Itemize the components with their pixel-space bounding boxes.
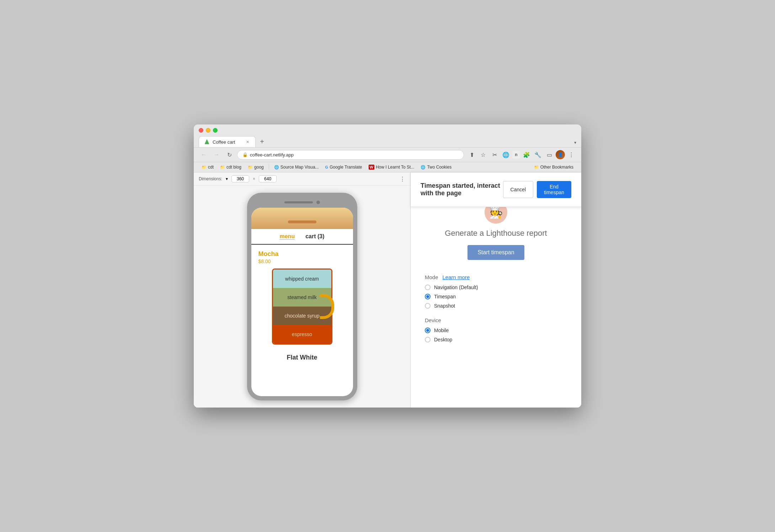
phone-frame: menu cart (3) Mocha $8.00 — [247, 193, 357, 400]
bookmarks-bar: 📁 cdt 📁 cdt blog 📁 goog 🌐 Source Map Vis… — [194, 162, 581, 172]
mode-label-row: Mode Learn more — [425, 274, 567, 280]
cart-nav-link[interactable]: cart (3) — [305, 233, 324, 240]
end-timespan-button[interactable]: End timespan — [537, 181, 571, 198]
tab-close-button[interactable]: ✕ — [245, 139, 250, 145]
lock-icon: 🔒 — [242, 152, 248, 157]
device-mobile-label: Mobile — [434, 328, 449, 333]
other-bookmarks-label: Other Bookmarks — [540, 165, 573, 170]
devtools-more-icon[interactable]: ⋮ — [400, 176, 405, 182]
coffee-name: Mocha — [258, 250, 346, 258]
translate-icon[interactable]: 🌐 — [501, 150, 511, 160]
globe-icon: 🌐 — [274, 165, 279, 170]
app-nav: menu cart (3) — [251, 229, 353, 245]
bookmark-how-learnt[interactable]: W How I Learnt To St... — [366, 164, 417, 171]
coffee-cup: whipped cream steamed milk chocolate syr… — [267, 268, 338, 345]
phone-screen: menu cart (3) Mocha $8.00 — [251, 208, 353, 396]
height-input[interactable] — [259, 175, 277, 182]
coffee-price: $8.00 — [258, 259, 346, 264]
phone-top-bar — [251, 197, 353, 208]
chrome-menu-icon[interactable]: ⋮ — [566, 150, 576, 160]
mode-snapshot-label: Snapshot — [434, 303, 455, 309]
mode-timespan-radio[interactable] — [425, 294, 431, 299]
timespan-buttons: Cancel End timespan — [503, 181, 571, 198]
dimension-separator: × — [253, 176, 255, 181]
radio-dot — [426, 295, 429, 298]
learn-more-link[interactable]: Learn more — [443, 274, 470, 280]
mode-navigation-label: Navigation (Default) — [434, 284, 478, 290]
mode-navigation-radio[interactable] — [425, 284, 431, 290]
bookmark-cdt-blog-label: cdt blog — [226, 165, 241, 170]
bookmark-divider — [269, 164, 269, 170]
cancel-button[interactable]: Cancel — [503, 181, 534, 198]
width-input[interactable] — [231, 175, 249, 182]
maximize-button[interactable] — [213, 128, 218, 133]
bookmark-goog-label: goog — [254, 165, 264, 170]
dimensions-dropdown-arrow[interactable]: ▾ — [226, 176, 228, 181]
n-extension-icon[interactable]: n — [512, 151, 520, 159]
mode-navigation-option[interactable]: Navigation (Default) — [425, 284, 567, 290]
share-icon[interactable]: ⬆ — [467, 150, 477, 160]
back-button[interactable]: ← — [199, 150, 209, 160]
coffee-item: Mocha $8.00 whipped cream — [251, 245, 353, 367]
profile-avatar[interactable]: 👤 — [556, 150, 565, 159]
tab-title: Coffee cart — [213, 139, 242, 145]
url-text: coffee-cart.netlify.app — [250, 152, 294, 158]
url-bar[interactable]: 🔒 coffee-cart.netlify.app — [237, 150, 464, 160]
device-mobile-radio[interactable] — [425, 328, 431, 333]
mode-snapshot-radio[interactable] — [425, 303, 431, 309]
bookmark-two-cookies-label: Two Cookies — [427, 165, 451, 170]
folder-icon: 📁 — [220, 165, 225, 170]
device-desktop-radio[interactable] — [425, 337, 431, 342]
sidebar-icon[interactable]: ▭ — [544, 150, 554, 160]
lighthouse-panel: Timespan started, interact with the page… — [411, 172, 581, 408]
bookmark-two-cookies[interactable]: 🌐 Two Cookies — [418, 164, 454, 171]
layer-whipped-cream: whipped cream — [273, 270, 331, 288]
bookmark-source-map[interactable]: 🌐 Source Map Visua... — [271, 164, 322, 171]
forward-button[interactable]: → — [212, 150, 221, 160]
bookmark-cdt[interactable]: 📁 cdt — [199, 164, 217, 171]
tab-favicon — [204, 139, 210, 145]
bookmark-cdt-blog[interactable]: 📁 cdt blog — [217, 164, 244, 171]
device-mobile-option[interactable]: Mobile — [425, 328, 567, 333]
bookmark-translate[interactable]: G Google Translate — [322, 164, 365, 171]
menu-nav-link[interactable]: menu — [279, 233, 295, 240]
phone-camera — [316, 201, 320, 204]
content-area: Dimensions: ▾ × ⋮ — [194, 172, 581, 408]
bookmark-translate-label: Google Translate — [330, 165, 362, 170]
dimensions-label: Dimensions: — [199, 176, 222, 181]
translate-G-icon: G — [325, 165, 328, 169]
new-tab-button[interactable]: + — [257, 137, 267, 147]
other-bookmarks[interactable]: 📁 Other Bookmarks — [531, 164, 576, 171]
tab-overflow-chevron[interactable]: ▾ — [574, 140, 576, 145]
bookmark-icon[interactable]: ☆ — [478, 150, 488, 160]
start-timespan-button[interactable]: Start timespan — [467, 245, 524, 260]
mode-timespan-option[interactable]: Timespan — [425, 294, 567, 299]
toolbar-icons: ⬆ ☆ ✂ 🌐 n 🧩 🔧 ▭ 👤 ⋮ — [467, 150, 576, 160]
close-button[interactable] — [199, 128, 203, 133]
coffee-cup-illustration: whipped cream steamed milk chocolate syr… — [258, 268, 346, 345]
timespan-dialog: Timespan started, interact with the page… — [411, 172, 581, 207]
folder-icon: 📁 — [534, 165, 539, 170]
mode-section: Mode Learn more Navigation (Default) — [425, 274, 567, 309]
folder-icon: 📁 — [248, 165, 253, 170]
flat-white-label: Flat White — [258, 348, 346, 361]
active-tab[interactable]: Coffee cart ✕ — [199, 136, 256, 147]
globe-icon: 🌐 — [421, 165, 426, 170]
layer-espresso: espresso — [273, 325, 331, 344]
puzzle-icon[interactable]: 🧩 — [522, 150, 531, 160]
mode-snapshot-option[interactable]: Snapshot — [425, 303, 567, 309]
refresh-button[interactable]: ↻ — [224, 150, 234, 160]
bookmark-goog[interactable]: 📁 goog — [245, 164, 267, 171]
address-bar: ← → ↻ 🔒 coffee-cart.netlify.app ⬆ ☆ ✂ 🌐 … — [194, 148, 581, 162]
device-desktop-option[interactable]: Desktop — [425, 337, 567, 342]
bookmark-cdt-label: cdt — [208, 165, 214, 170]
devtools-panel: Dimensions: ▾ × ⋮ — [194, 172, 411, 408]
extension-icon[interactable]: 🔧 — [533, 150, 543, 160]
minimize-button[interactable] — [206, 128, 210, 133]
device-section: Device Mobile Desktop — [425, 317, 567, 342]
scissors-icon[interactable]: ✂ — [490, 150, 499, 160]
devtools-toolbar: Dimensions: ▾ × ⋮ — [194, 172, 410, 186]
traffic-lights — [199, 128, 576, 133]
phone-speaker — [284, 201, 313, 203]
bookmark-how-learnt-label: How I Learnt To St... — [376, 165, 415, 170]
